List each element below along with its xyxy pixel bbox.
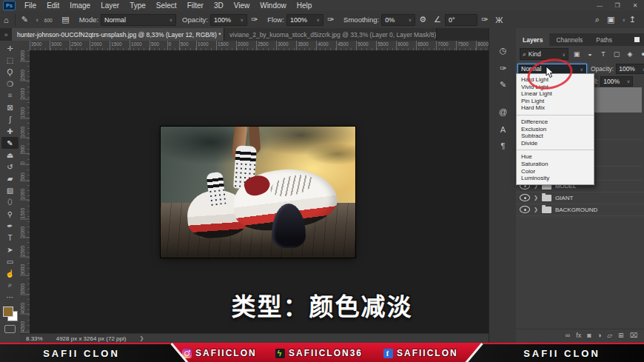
document-tab-1[interactable]: hunter-johnson-0UCGfN2qtrs-unsplash.jpg … [12, 28, 224, 41]
glyphs-panel-icon[interactable]: @ [495, 105, 511, 118]
filter-kind-select[interactable]: ⌕ Kind ∨ [520, 48, 568, 60]
brush-settings-panel-icon[interactable]: ✑ [495, 62, 511, 75]
blend-mode-option-exclusion[interactable]: Exclusion [517, 126, 594, 133]
menu-item-filter[interactable]: Filter [182, 0, 209, 11]
visibility-eye-icon[interactable] [520, 206, 530, 213]
blend-mode-option-saturation[interactable]: Saturation [517, 161, 594, 168]
workspace-icon[interactable]: ▣ [603, 15, 618, 24]
eyedropper-tool[interactable]: ʃ [1, 113, 19, 125]
minimize-button[interactable]: — [591, 0, 608, 11]
blend-mode-option-subtract[interactable]: Subtract [517, 133, 594, 140]
filter-type-layers-icon[interactable]: T [599, 50, 608, 58]
menu-item-edit[interactable]: Edit [41, 0, 64, 11]
new-group-icon[interactable]: ▱ [607, 332, 612, 339]
blend-mode-option-luminosity[interactable]: Luminosity [517, 175, 594, 182]
chevron-right-icon[interactable]: ❯ [534, 195, 538, 201]
chevron-down-icon[interactable]: ∨ [36, 17, 38, 22]
paragraph-panel-icon[interactable]: ¶ [495, 139, 511, 152]
menu-item-type[interactable]: Type [124, 0, 151, 11]
zoom-tool[interactable]: ⌕ [1, 279, 19, 291]
gradient-tool[interactable]: ▧ [1, 184, 19, 196]
blend-mode-option-color[interactable]: Color [517, 168, 594, 175]
filter-toggle-icon[interactable]: ● [639, 50, 644, 58]
blur-tool[interactable]: ⬯ [1, 196, 19, 208]
type-tool[interactable]: T [1, 232, 19, 244]
zoom-level-field[interactable]: 8.33% [26, 335, 43, 342]
flow-select[interactable]: 100%∨ [286, 14, 323, 26]
filter-pixel-layers-icon[interactable]: ▣ [572, 50, 581, 58]
brush-tool-preset-icon[interactable]: ✎ [18, 15, 32, 24]
filter-smart-objects-icon[interactable]: ◈ [625, 50, 634, 58]
brush-tool[interactable]: ✎ [1, 137, 19, 149]
tab-overflow-icon[interactable]: » [0, 28, 12, 41]
visibility-eye-icon[interactable] [520, 194, 530, 201]
smoothing-select[interactable]: 0%∨ [381, 14, 415, 26]
menu-item-3d[interactable]: 3D [209, 0, 229, 11]
adjustment-layer-icon[interactable]: ◑ [597, 332, 601, 339]
pressure-opacity-icon[interactable]: ✑ [247, 15, 261, 24]
history-brush-tool[interactable]: ↺ [1, 161, 19, 172]
object-selection-tool[interactable]: ❍ [1, 78, 19, 90]
blend-mode-option-divide[interactable]: Divide [517, 140, 594, 147]
pressure-size-icon[interactable]: ✑ [477, 15, 492, 24]
menu-item-select[interactable]: Select [151, 0, 182, 11]
vertical-ruler[interactable]: 3000250020001500100050005001000150020002… [20, 50, 30, 333]
layer-group-background[interactable]: ❯BACKGROUND [516, 204, 644, 216]
add-layer-mask-icon[interactable]: ◙ [587, 332, 591, 339]
path-selection-tool[interactable]: ➤ [1, 244, 19, 255]
link-layers-icon[interactable]: ∞ [566, 332, 570, 339]
layer-fill-select[interactable]: 100% ∨ [600, 76, 633, 87]
symmetry-icon[interactable]: Ж [492, 16, 506, 24]
frame-tool[interactable]: ⊠ [1, 101, 19, 113]
share-icon[interactable]: ↥ [625, 15, 640, 24]
panel-tab-layers[interactable]: Layers [516, 33, 549, 46]
ruler-origin[interactable] [20, 41, 30, 51]
brushes-panel-icon[interactable]: ✎ [495, 78, 511, 91]
layer-opacity-select[interactable]: 100% ∨ [616, 64, 644, 74]
character-panel-icon[interactable]: A [495, 123, 511, 135]
close-button[interactable]: ✕ [626, 0, 644, 11]
restore-button[interactable]: ❐ [608, 0, 626, 11]
delete-layer-icon[interactable]: ⌧ [630, 332, 637, 339]
eraser-tool[interactable]: ▰ [1, 172, 19, 184]
move-tool[interactable]: ✛ [1, 42, 19, 54]
blend-mode-option-difference[interactable]: Difference [517, 118, 594, 126]
toggle-panels-icon[interactable]: ▤ [58, 15, 73, 24]
crop-tool[interactable]: ⌗ [1, 90, 19, 101]
menu-item-file[interactable]: File [19, 0, 41, 11]
gear-icon[interactable]: ⚙ [415, 15, 430, 24]
pen-tool[interactable]: ✒ [1, 220, 19, 232]
status-options-icon[interactable]: ❯ [139, 335, 144, 341]
clone-stamp-tool[interactable]: ⏏ [1, 149, 19, 161]
chevron-right-icon[interactable]: ❯ [534, 207, 538, 212]
document-tab-2[interactable]: viviane_2_by_kuoma_stock_d5izcrk.jpg @ 3… [224, 28, 437, 41]
angle-input[interactable]: 0° [445, 14, 477, 26]
blend-mode-option-hue[interactable]: Hue [517, 153, 594, 161]
menu-item-image[interactable]: Image [64, 0, 95, 11]
menu-item-window[interactable]: Window [255, 0, 292, 11]
menu-item-view[interactable]: View [229, 0, 255, 11]
marquee-tool[interactable]: ⬚ [1, 54, 19, 66]
menu-item-layer[interactable]: Layer [95, 0, 124, 11]
filter-shape-layers-icon[interactable]: ▢ [612, 50, 621, 58]
blend-mode-option-linear-light[interactable]: Linear Light [517, 90, 594, 98]
foreground-color-swatch[interactable] [3, 306, 13, 317]
healing-brush-tool[interactable]: ✚ [1, 125, 19, 137]
menu-item-help[interactable]: Help [292, 0, 318, 11]
history-panel-icon[interactable]: ◷ [495, 44, 511, 57]
horizontal-ruler[interactable]: 3500300025002000150010005000500100015002… [30, 41, 489, 51]
filter-adjustment-layers-icon[interactable]: ◒ [586, 50, 594, 58]
opacity-select[interactable]: 100%∨ [210, 14, 247, 26]
lasso-tool[interactable]: Ϙ [1, 66, 19, 78]
hand-tool[interactable]: ☝ [1, 267, 19, 279]
canvas-area[interactable]: 类型：颜色减淡 [30, 50, 489, 333]
layer-group-giant[interactable]: ❯GIANT [516, 192, 644, 204]
airbrush-icon[interactable]: ✑ [323, 15, 338, 24]
blend-mode-option-hard-mix[interactable]: Hard Mix [517, 104, 594, 112]
more-tools[interactable]: ⋯ [1, 291, 19, 303]
brush-preset-picker[interactable]: 600 [40, 16, 56, 24]
panel-tab-channels[interactable]: Channels [549, 33, 589, 46]
blend-mode-option-pin-light[interactable]: Pin Light [517, 98, 594, 105]
mode-select[interactable]: Normal∨ [101, 14, 176, 26]
quick-mask-icon[interactable] [4, 325, 16, 333]
